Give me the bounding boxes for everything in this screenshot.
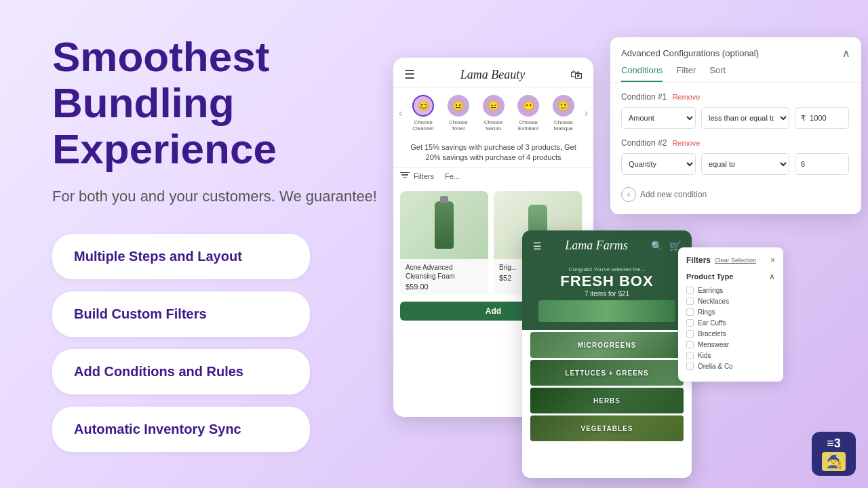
mobile-header: ☰ Lama Beauty 🛍 — [393, 58, 593, 88]
feature-btn-conditions-rules[interactable]: Add Conditions and Rules — [52, 349, 310, 394]
condition-1-fields: Amount less than or equal to — [621, 107, 850, 129]
condition-1-value-input[interactable] — [795, 107, 849, 129]
category-microgreens-label: MICROGREENS — [578, 342, 637, 349]
farms-search-icon[interactable]: 🔍 — [651, 241, 663, 251]
filter-item-necklaces[interactable]: Necklaces — [686, 298, 775, 305]
condition-2-remove[interactable]: Remove — [672, 139, 700, 147]
feature-btn-custom-filters[interactable]: Build Custom Filters — [52, 291, 310, 337]
label-necklaces: Necklaces — [698, 298, 729, 305]
tab-conditions[interactable]: Conditions — [621, 65, 663, 82]
hamburger-icon: ☰ — [404, 67, 415, 82]
label-kids: Kids — [698, 352, 711, 359]
add-condition-button[interactable]: + Add new condition — [621, 184, 707, 205]
farms-header: ☰ Lama Farms 🔍 🛒 — [522, 230, 692, 261]
filter-item-rings[interactable]: Rings — [686, 308, 775, 316]
heading-line3: Experience — [52, 125, 277, 172]
advanced-tabs: Conditions Filter Sort — [610, 60, 861, 83]
tab-sort[interactable]: Sort — [709, 65, 726, 82]
mobile-app-logo: Lama Beauty — [460, 68, 525, 82]
advanced-panel-title: Advanced Configurations (optional) — [621, 48, 759, 58]
condition-2-value-input[interactable] — [795, 153, 849, 175]
condition-1-field-select[interactable]: Amount — [621, 107, 696, 129]
filters-close-button[interactable]: × — [770, 256, 775, 265]
step-circle-masque: 🙂 — [553, 95, 574, 117]
condition-2-field-select[interactable]: Quantity — [621, 153, 696, 175]
label-earcuffs: Ear Cuffs — [698, 319, 726, 327]
filter-bar[interactable]: Filters — [400, 172, 434, 180]
category-microgreens[interactable]: MICROGREENS — [530, 332, 684, 358]
filter-item-orelia[interactable]: Orelia & Co — [686, 363, 775, 370]
step-prev-icon[interactable]: ‹ — [396, 107, 405, 119]
step-item-masque[interactable]: 🙂 ChooseMasque — [547, 95, 580, 131]
condition-2-operator-select[interactable]: equal to — [701, 153, 789, 175]
checkbox-kids[interactable] — [686, 352, 694, 359]
logo-badge: ≡3 🧙 — [812, 432, 856, 476]
advanced-panel-header: Advanced Configurations (optional) ∧ — [610, 37, 861, 60]
clear-selection-link[interactable]: Clear Selection — [715, 257, 756, 264]
condition-1-remove[interactable]: Remove — [672, 93, 700, 101]
main-heading: Smoothest Bundling Experience — [52, 34, 378, 173]
filters-title-row: Filters Clear Selection — [686, 256, 756, 265]
step-label-exfoliant: ChooseExfoliant — [518, 119, 539, 131]
add-condition-label: Add new condition — [640, 190, 707, 199]
feature-btn-multiple-steps[interactable]: Multiple Steps and Layout — [52, 234, 310, 279]
filter-item-menswear[interactable]: Menswear — [686, 341, 775, 348]
checkbox-bracelets[interactable] — [686, 330, 694, 338]
step-label-toner: ChooseToner — [449, 119, 468, 131]
advanced-panel-body: Condition #1 Remove Amount less than or … — [610, 83, 861, 214]
featured-label: Fe... — [445, 172, 460, 180]
advanced-config-panel: Advanced Configurations (optional) ∧ Con… — [610, 37, 861, 214]
tab-filter[interactable]: Filter — [676, 65, 696, 82]
checkbox-menswear[interactable] — [686, 341, 694, 348]
farms-screenshot: ☰ Lama Farms 🔍 🛒 Congrats! You've select… — [522, 230, 692, 478]
category-vegetables-label: VEGETABLES — [580, 425, 633, 432]
step-item-toner[interactable]: 😐 ChooseToner — [441, 95, 475, 131]
filter-item-kids[interactable]: Kids — [686, 352, 775, 359]
advanced-close-button[interactable]: ∧ — [842, 47, 850, 60]
fresh-box-subtitle: 7 items for $21 — [530, 290, 684, 298]
filters-panel-title: Filters — [686, 256, 711, 265]
feature-btn-inventory-sync[interactable]: Automatic Inventory Sync — [52, 407, 310, 452]
product-type-header: Product Type ∧ — [686, 272, 775, 281]
filter-item-earcuffs[interactable]: Ear Cuffs — [686, 319, 775, 327]
heading-line2: Bundling — [52, 79, 235, 126]
checkbox-earcuffs[interactable] — [686, 319, 694, 327]
category-herbs[interactable]: HERBS — [530, 388, 684, 413]
farms-menu-icon[interactable]: ☰ — [533, 241, 542, 251]
filters-panel-header: Filters Clear Selection × — [686, 256, 775, 265]
step-label-masque: ChooseMasque — [554, 119, 573, 131]
category-herbs-label: HERBS — [593, 397, 620, 405]
add-condition-plus-icon: + — [621, 187, 636, 202]
step-next-icon[interactable]: › — [582, 107, 591, 119]
product-name: Acne Advanced Cleansing Foam — [406, 263, 483, 281]
condition-2-header: Condition #2 Remove — [621, 138, 850, 148]
step-selector: ‹ 😊 ChooseCleanser 😐 ChooseToner 😑 Choos… — [393, 88, 593, 138]
category-vegetables[interactable]: VEGETABLES — [530, 415, 684, 441]
checkbox-orelia[interactable] — [686, 363, 694, 370]
checkbox-rings[interactable] — [686, 308, 694, 316]
label-rings: Rings — [698, 308, 715, 316]
checkbox-necklaces[interactable] — [686, 298, 694, 305]
condition-block-1: Condition #1 Remove Amount less than or … — [621, 92, 850, 129]
condition-1-header: Condition #1 Remove — [621, 92, 850, 102]
screenshots-area: ☰ Lama Beauty 🛍 ‹ 😊 ChooseCleanser 😐 Cho… — [387, 20, 861, 481]
condition-1-label: Condition #1 — [621, 92, 667, 102]
mobile-promo: Get 15% savings with purchase of 3 produ… — [393, 138, 593, 168]
left-section: Smoothest Bundling Experience For both y… — [52, 34, 378, 452]
farms-banner: Congrats! You've selected the... FRESH B… — [522, 261, 692, 330]
filter-item-earrings[interactable]: Earrings — [686, 287, 775, 294]
category-lettuces[interactable]: LETTUCES + GREENS — [530, 360, 684, 386]
subheading: For both you and your customers. We guar… — [52, 186, 378, 207]
condition-1-operator-select[interactable]: less than or equal to — [701, 107, 789, 129]
step-item-cleanser[interactable]: 😊 ChooseCleanser — [406, 95, 440, 131]
checkbox-earrings[interactable] — [686, 287, 694, 294]
product-type-collapse-icon[interactable]: ∧ — [769, 272, 775, 281]
logo-wizard-icon: 🧙 — [827, 454, 842, 469]
step-item-serum[interactable]: 😑 ChooseSerum — [477, 95, 511, 131]
step-circle-toner: 😐 — [448, 95, 469, 117]
step-item-exfoliant[interactable]: 😶 ChooseExfoliant — [511, 95, 545, 131]
label-orelia: Orelia & Co — [698, 363, 733, 370]
product-card[interactable]: Acne Advanced Cleansing Foam $59.00 — [400, 191, 488, 295]
cart-icon: 🛍 — [570, 68, 583, 82]
filter-item-bracelets[interactable]: Bracelets — [686, 330, 775, 338]
